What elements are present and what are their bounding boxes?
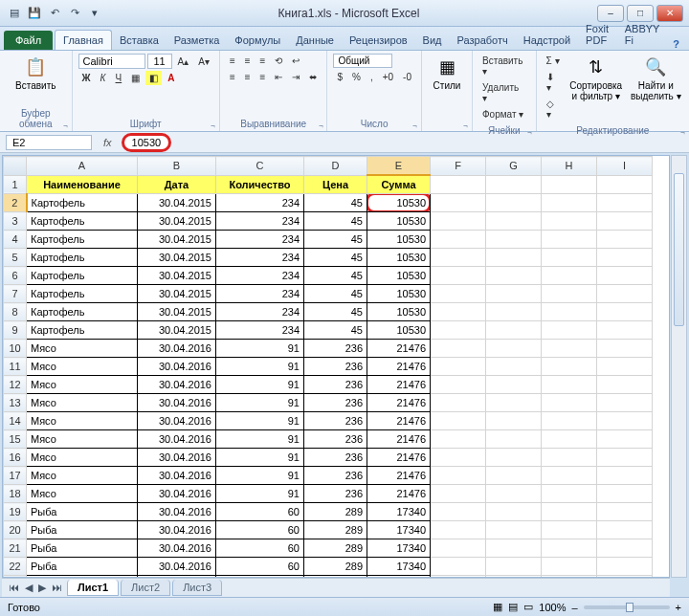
- cell[interactable]: [542, 467, 597, 485]
- cell[interactable]: Мясо: [27, 430, 138, 449]
- cell[interactable]: 45: [304, 303, 367, 321]
- cell[interactable]: [486, 521, 542, 539]
- cell[interactable]: 30.04.2016: [138, 558, 216, 576]
- format-cells-button[interactable]: Формат ▾: [478, 107, 527, 121]
- cell[interactable]: 236: [304, 485, 367, 503]
- table-header[interactable]: Цена: [304, 175, 367, 194]
- cell[interactable]: 289: [304, 503, 367, 521]
- cell[interactable]: [486, 321, 542, 340]
- cell[interactable]: [431, 412, 486, 430]
- sort-filter-button[interactable]: ⇅ Сортировка и фильтр ▾: [567, 54, 625, 103]
- cell[interactable]: Картофель: [27, 194, 138, 212]
- sheet-tab-3[interactable]: Лист3: [172, 580, 222, 596]
- cell[interactable]: 30.04.2016: [138, 358, 216, 376]
- cell[interactable]: Мясо: [27, 394, 138, 412]
- row-header[interactable]: 8: [4, 303, 27, 321]
- row-header[interactable]: 17: [4, 467, 27, 485]
- undo-icon[interactable]: ↶: [46, 5, 63, 22]
- cell[interactable]: 60: [216, 558, 304, 576]
- cell[interactable]: [431, 503, 486, 521]
- cell[interactable]: 17340: [367, 503, 431, 521]
- cell[interactable]: [486, 175, 542, 194]
- align-right-button[interactable]: ≡: [256, 70, 270, 84]
- row-header[interactable]: 12: [4, 376, 27, 394]
- cell[interactable]: 45: [304, 194, 367, 212]
- row-header[interactable]: 6: [4, 267, 27, 285]
- cell[interactable]: 91: [216, 358, 304, 376]
- row-header[interactable]: 3: [4, 212, 27, 231]
- cell[interactable]: 10530: [367, 194, 431, 212]
- help-icon[interactable]: ?: [667, 38, 685, 50]
- autosum-button[interactable]: Σ ▾: [543, 54, 564, 68]
- cell[interactable]: [431, 175, 486, 194]
- cell[interactable]: 45: [304, 267, 367, 285]
- cell[interactable]: 45: [304, 231, 367, 249]
- cell[interactable]: [542, 521, 597, 539]
- fill-color-button[interactable]: ◧: [145, 71, 162, 85]
- cell[interactable]: 91: [216, 485, 304, 503]
- cell[interactable]: [542, 376, 597, 394]
- sheet-nav-next[interactable]: ▶: [35, 582, 49, 594]
- font-color-button[interactable]: A: [164, 71, 178, 85]
- cell[interactable]: 234: [216, 285, 304, 303]
- cell[interactable]: [431, 394, 486, 412]
- cell[interactable]: [542, 321, 597, 340]
- row-header[interactable]: 14: [4, 412, 27, 430]
- view-break-icon[interactable]: ▭: [523, 601, 533, 613]
- cell[interactable]: [542, 285, 597, 303]
- table-header[interactable]: Наименование: [27, 175, 138, 194]
- cell[interactable]: [542, 503, 597, 521]
- align-bottom-button[interactable]: ≡: [256, 54, 270, 68]
- row-header[interactable]: 11: [4, 358, 27, 376]
- cell[interactable]: [542, 412, 597, 430]
- cell[interactable]: 30.04.2016: [138, 394, 216, 412]
- cell[interactable]: [486, 249, 542, 267]
- cell[interactable]: 30.04.2015: [138, 303, 216, 321]
- number-format-select[interactable]: Общий: [333, 54, 392, 68]
- column-header-B[interactable]: B: [138, 157, 216, 176]
- cell[interactable]: 30.04.2016: [138, 412, 216, 430]
- row-header[interactable]: 7: [4, 285, 27, 303]
- fill-button[interactable]: ⬇ ▾: [543, 70, 564, 95]
- cell[interactable]: 30.04.2015: [138, 249, 216, 267]
- cell[interactable]: [486, 558, 542, 576]
- cell[interactable]: 45: [304, 285, 367, 303]
- underline-button[interactable]: Ч: [112, 71, 126, 85]
- cell[interactable]: 91: [216, 430, 304, 449]
- cell[interactable]: Мясо: [27, 467, 138, 485]
- cell[interactable]: [486, 358, 542, 376]
- cell[interactable]: [597, 521, 653, 539]
- cell[interactable]: [597, 231, 653, 249]
- cell[interactable]: [431, 430, 486, 449]
- cell[interactable]: 289: [304, 539, 367, 558]
- cell[interactable]: 60: [216, 503, 304, 521]
- row-header[interactable]: 2: [4, 194, 27, 212]
- cell[interactable]: [486, 285, 542, 303]
- scrollbar-thumb[interactable]: [674, 173, 684, 326]
- tab-view[interactable]: Вид: [415, 31, 450, 50]
- cell[interactable]: 236: [304, 394, 367, 412]
- cell[interactable]: [597, 175, 653, 194]
- cell[interactable]: [542, 249, 597, 267]
- cell[interactable]: [431, 212, 486, 231]
- row-header[interactable]: 18: [4, 485, 27, 503]
- column-header-E[interactable]: E: [367, 157, 431, 176]
- cell[interactable]: 21476: [367, 467, 431, 485]
- fx-icon[interactable]: fx: [98, 137, 118, 148]
- cell[interactable]: 91: [216, 340, 304, 358]
- cell[interactable]: 60: [216, 521, 304, 539]
- cell[interactable]: Мясо: [27, 340, 138, 358]
- cell[interactable]: [486, 449, 542, 467]
- cell[interactable]: 45: [304, 212, 367, 231]
- cell[interactable]: [431, 249, 486, 267]
- tab-data[interactable]: Данные: [288, 31, 342, 50]
- cell[interactable]: [597, 430, 653, 449]
- cell[interactable]: Картофель: [27, 267, 138, 285]
- redo-icon[interactable]: ↷: [66, 5, 83, 22]
- cell[interactable]: [542, 485, 597, 503]
- cell[interactable]: 30.04.2016: [138, 376, 216, 394]
- cell[interactable]: [431, 340, 486, 358]
- cell[interactable]: [486, 194, 542, 212]
- cell[interactable]: [542, 394, 597, 412]
- cell[interactable]: 234: [216, 194, 304, 212]
